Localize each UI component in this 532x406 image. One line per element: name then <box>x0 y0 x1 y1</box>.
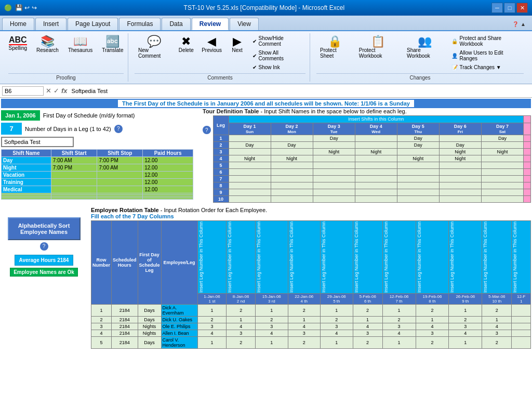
leg5-d7[interactable] <box>481 162 523 168</box>
shift-start-training[interactable] <box>51 179 97 186</box>
leg3-d6[interactable]: Night <box>439 148 481 155</box>
leg8-d4[interactable] <box>355 182 397 189</box>
emp2-name[interactable]: Dick U. Oakes <box>161 316 197 323</box>
emp4-l2[interactable]: 3 <box>227 330 256 336</box>
emp3-l3[interactable]: 3 <box>256 323 288 330</box>
protect-sheet-button[interactable]: 🔒 Protect Sheet <box>316 34 353 60</box>
emp4-row-num[interactable]: 4 <box>91 330 112 336</box>
emp1-hours[interactable]: 2184 <box>112 304 138 316</box>
emp1-l8[interactable]: 2 <box>416 304 449 316</box>
emp5-l7[interactable]: 1 <box>382 336 416 348</box>
leg10-d5[interactable] <box>397 195 439 202</box>
emp3-l6[interactable]: 4 <box>353 323 382 330</box>
shift-name-night[interactable]: Night <box>2 164 51 172</box>
emp4-l6[interactable]: 3 <box>353 330 382 336</box>
shift-start-vacation[interactable] <box>51 172 97 179</box>
emp1-row-num[interactable]: 1 <box>91 304 112 316</box>
emp2-l11[interactable] <box>512 316 531 323</box>
leg4-d4[interactable] <box>355 155 397 162</box>
emp2-hours[interactable]: 2184 <box>112 316 138 323</box>
tab-pagelayout[interactable]: Page Layout <box>68 18 118 30</box>
close-button[interactable]: ✕ <box>516 3 528 13</box>
protect-share-button[interactable]: 🔒 Protect and Share Workbook <box>449 34 524 48</box>
emp3-l5[interactable]: 3 <box>321 323 353 330</box>
shift-start-day[interactable]: 7:00 AM <box>51 157 97 164</box>
paid-hours-vacation[interactable]: 12.00 <box>143 172 193 179</box>
shift-stop-vacation[interactable] <box>97 172 143 179</box>
emp3-l1[interactable]: 3 <box>197 323 227 330</box>
alpha-sort-button[interactable]: Alphabetically Sort Employee Names <box>8 217 81 240</box>
leg3-d3[interactable]: Night <box>313 148 355 155</box>
leg3-d2[interactable] <box>271 148 313 155</box>
show-hide-comment-button[interactable]: ✔ Show/Hide Comment <box>250 34 305 48</box>
leg5-d4[interactable] <box>355 162 397 168</box>
emp5-l3[interactable]: 1 <box>256 336 288 348</box>
leg8-d1[interactable] <box>229 182 271 189</box>
days-in-leg-value[interactable]: 7 <box>1 123 22 135</box>
shift-start-night[interactable]: 7:00 PM <box>51 164 97 172</box>
leg10-d4[interactable] <box>355 195 397 202</box>
emp5-l11[interactable] <box>512 336 531 348</box>
help-circle-3[interactable]: ? <box>40 242 48 251</box>
leg6-d7[interactable] <box>481 168 523 175</box>
emp4-l11[interactable] <box>512 330 531 336</box>
track-changes-button[interactable]: 📝 Track Changes ▼ <box>449 63 524 71</box>
leg9-d7[interactable] <box>481 189 523 195</box>
emp3-l11[interactable] <box>512 323 531 330</box>
leg6-d4[interactable] <box>355 168 397 175</box>
emp3-row-num[interactable]: 3 <box>91 323 112 330</box>
leg8-d5[interactable] <box>397 182 439 189</box>
emp3-group[interactable]: Nights <box>138 323 161 330</box>
emp3-l7[interactable]: 3 <box>382 323 416 330</box>
leg5-d5[interactable] <box>397 162 439 168</box>
tab-data[interactable]: Data <box>162 18 190 30</box>
leg3-d4[interactable]: Night <box>355 148 397 155</box>
shift-empty-13[interactable] <box>2 198 51 200</box>
leg1-d3[interactable]: Day <box>313 135 355 141</box>
emp5-l4[interactable]: 2 <box>288 336 321 348</box>
emp2-l10[interactable]: 1 <box>482 316 512 323</box>
emp2-l6[interactable]: 1 <box>353 316 382 323</box>
leg2-d4[interactable] <box>355 141 397 148</box>
shift-name-vacation[interactable]: Vacation <box>2 172 51 179</box>
emp1-l7[interactable]: 1 <box>382 304 416 316</box>
emp4-l4[interactable]: 3 <box>288 330 321 336</box>
tab-insert[interactable]: Insert <box>35 18 66 30</box>
emp1-l10[interactable]: 2 <box>482 304 512 316</box>
leg2-d7[interactable] <box>481 141 523 148</box>
leg1-d5[interactable]: Day <box>397 135 439 141</box>
emp1-l1[interactable]: 1 <box>197 304 227 316</box>
leg9-d5[interactable] <box>397 189 439 195</box>
show-all-comments-button[interactable]: ✔ Show All Comments <box>250 49 305 62</box>
leg1-d4[interactable] <box>355 135 397 141</box>
leg4-d7[interactable] <box>481 155 523 162</box>
emp2-l1[interactable]: 2 <box>197 316 227 323</box>
allow-edit-button[interactable]: 👤 Allow Users to Edit Ranges <box>449 49 524 62</box>
leg9-d4[interactable] <box>355 189 397 195</box>
shift-stop-medical[interactable] <box>97 186 143 193</box>
spelling-button[interactable]: ABC Spelling <box>5 34 31 53</box>
leg5-d2[interactable] <box>271 162 313 168</box>
leg9-d1[interactable] <box>229 189 271 195</box>
leg8-d3[interactable] <box>313 182 355 189</box>
emp2-l2[interactable]: 1 <box>227 316 256 323</box>
leg7-d5[interactable] <box>397 175 439 182</box>
emp4-l1[interactable]: 4 <box>197 330 227 336</box>
shift-stop-day[interactable]: 7:00 PM <box>97 157 143 164</box>
emp5-l9[interactable]: 1 <box>449 336 482 348</box>
leg2-d3[interactable] <box>313 141 355 148</box>
emp1-l6[interactable]: 2 <box>353 304 382 316</box>
previous-comment-button[interactable]: ◀ Previous <box>199 34 225 55</box>
leg5-d6[interactable] <box>439 162 481 168</box>
emp5-hours[interactable]: 2184 <box>112 336 138 348</box>
emp3-l4[interactable]: 4 <box>288 323 321 330</box>
shift-table-name-input[interactable] <box>1 137 74 147</box>
ribbon-toggle[interactable]: ▲ <box>521 21 526 27</box>
leg5-d1[interactable] <box>229 162 271 168</box>
tab-home[interactable]: Home <box>2 18 34 30</box>
minimize-button[interactable]: ─ <box>491 3 503 13</box>
leg7-d6[interactable] <box>439 175 481 182</box>
emp5-name[interactable]: Carol V. Henderson <box>161 336 197 348</box>
protect-workbook-button[interactable]: 📋 Protect Workbook <box>355 34 401 60</box>
leg10-d2[interactable] <box>271 195 313 202</box>
